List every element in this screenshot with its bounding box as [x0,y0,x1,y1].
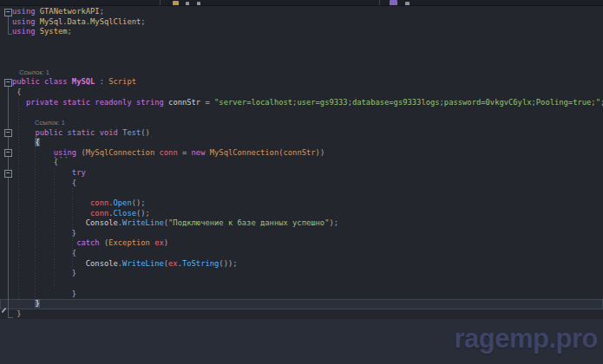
code-line[interactable]: { [0,249,603,259]
code-token: ; [68,27,72,36]
code-line[interactable]: private static readonly string connStr =… [0,98,603,108]
code-token: MySqlConnection [86,148,154,157]
bottom-panel: ragemp.pro [0,319,603,364]
code-line[interactable]: conn.Open(); [0,198,603,209]
toolbar-icon-grey-2-icon[interactable] [197,2,200,5]
code-token: conn [90,198,108,207]
code-line[interactable] [0,279,603,289]
code-token: } [12,229,76,237]
fold-collapse-icon[interactable]: − [4,149,12,157]
fold-collapse-icon[interactable]: − [4,170,12,178]
code-token: { [35,138,39,146]
code-token: "Подключение к базе данных успешно" [168,218,329,227]
watermark-text: ragemp.pro [454,323,598,354]
code-line[interactable] [0,57,603,68]
code-token: ex [154,238,164,247]
code-line[interactable]: } [0,309,603,319]
codelens-label[interactable]: Ссылок: 1 [0,68,603,78]
code-token: Exception [108,238,150,247]
toolbar-icon-grey-1-icon[interactable] [186,2,189,5]
suggestion-dots-icon[interactable]: ··· [53,156,69,159]
code-line[interactable]: } [0,289,603,300]
code-line[interactable]: { [0,138,603,148]
code-token [12,98,26,107]
code-line[interactable]: conn.Close(); [0,209,603,219]
code-token: ToString [182,259,219,268]
code-token: ; [100,7,104,16]
code-line[interactable] [0,37,603,48]
code-token: Script [108,77,136,86]
code-token: ; [141,17,145,26]
code-token: class [44,77,67,86]
code-token: MySql [40,17,62,26]
code-line[interactable]: using System; [0,27,603,37]
codelens-label[interactable]: Ссылок: 1 [0,118,603,128]
code-token: } [12,309,22,318]
navigation-bar [0,0,603,6]
code-line[interactable] [0,107,603,118]
code-token: private [26,98,58,107]
code-token: } [35,299,39,308]
code-line[interactable]: using (MySqlConnection conn = new MySqlC… [0,148,603,159]
code-token: (); [136,209,150,218]
code-line[interactable]: using GTANetworkAPI; [0,7,603,17]
code-line[interactable]: using MySql.Data.MySqlClient; [0,17,603,28]
fold-line-corner [8,317,13,318]
code-token [12,128,35,137]
vs-editor-window: −−−−−··· using GTANetworkAPI;using MySql… [0,0,603,364]
code-token: static [68,128,95,137]
code-line[interactable]: } [0,229,603,239]
code-token: Console [12,218,118,227]
code-token: public [12,77,40,86]
code-token: conn [90,209,108,218]
code-token: public [35,128,62,137]
code-line[interactable]: Console.WriteLine("Подключение к базе да… [0,218,603,229]
fold-collapse-icon[interactable]: − [4,129,12,137]
code-area[interactable]: using GTANetworkAPI;using MySql.Data.MyS… [0,7,603,319]
code-token: new [192,148,206,157]
fold-collapse-icon[interactable]: − [4,79,12,87]
code-token: { [12,158,58,166]
code-token: (); [132,198,146,207]
code-token: try [72,168,86,177]
code-line[interactable]: } [0,269,603,279]
code-line[interactable]: { [0,179,603,189]
code-token: static [62,98,90,107]
code-token: () [141,128,150,137]
code-token [12,198,90,207]
code-line[interactable] [0,188,603,198]
code-token [12,148,54,157]
code-editor[interactable]: −−−−−··· using GTANetworkAPI;using MySql… [0,7,603,319]
fold-line [8,87,9,317]
code-line[interactable]: } [0,299,603,309]
code-line[interactable]: public class MySQL : Script [0,77,603,88]
toolbar-icon-grey-3-icon[interactable] [405,2,410,5]
code-token: using [12,7,35,16]
code-token: MySQL [72,77,95,86]
code-token: } [12,269,76,277]
toolbar-separator [379,0,380,5]
code-token [12,209,90,218]
fold-collapse-icon[interactable]: − [4,9,12,16]
code-line[interactable]: { [0,158,603,168]
code-token [12,138,35,146]
code-token: conn [160,148,178,157]
toolbar-icon-purple-icon[interactable] [390,0,397,5]
code-token: readonly [95,98,131,107]
code-token: Console [12,259,118,268]
code-line[interactable]: { [0,88,603,98]
code-token: WriteLine [122,218,164,227]
code-token: Data [68,17,86,26]
code-token: ); [329,218,338,227]
toolbar-icon-gold-icon[interactable] [173,1,179,5]
code-token: "server=localhost;user=gs9333;database=g… [214,98,600,107]
code-token: MySqlClient [90,17,141,26]
code-token [12,238,76,247]
code-line[interactable] [0,48,603,58]
code-token [12,168,72,177]
code-line[interactable]: Console.WriteLine(ex.ToString()); [0,259,603,270]
code-line[interactable]: try [0,168,603,179]
fold-line-corner [8,34,12,35]
code-line[interactable]: catch (Exception ex) [0,238,603,249]
code-line[interactable]: public static void Test() [0,128,603,139]
